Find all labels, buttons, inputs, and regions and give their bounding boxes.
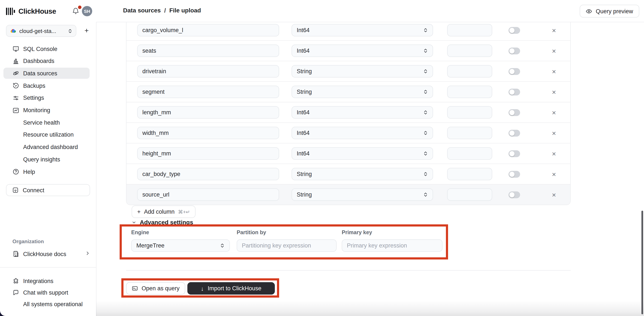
table-row: Int64✕ — [126, 102, 570, 123]
puzzle-icon — [12, 278, 19, 284]
remove-column-button[interactable]: ✕ — [550, 68, 558, 75]
remove-column-button[interactable]: ✕ — [550, 150, 558, 158]
column-name-input[interactable] — [137, 127, 279, 139]
nullable-toggle[interactable] — [508, 109, 520, 116]
default-value-input[interactable] — [447, 188, 492, 201]
column-name-input[interactable] — [137, 168, 279, 180]
table-row: String✕ — [126, 184, 570, 205]
close-icon: ✕ — [552, 192, 556, 198]
nullable-toggle[interactable] — [508, 68, 520, 75]
sidebar-item-dashboards[interactable]: Dashboards — [4, 55, 90, 67]
add-service-button[interactable]: + — [82, 26, 92, 36]
table-row: Int64✕ — [126, 20, 570, 41]
default-value-input[interactable] — [447, 106, 492, 119]
brand-name: ClickHouse — [18, 7, 56, 15]
column-type-value: Int64 — [297, 109, 310, 116]
sidebar-item-label: Query insights — [23, 156, 60, 163]
sidebar-item-label: Dashboards — [23, 58, 54, 64]
vertical-scrollbar[interactable] — [642, 211, 643, 314]
column-type-select[interactable]: Int64 — [292, 44, 433, 57]
sidebar-item-data-sources[interactable]: Data sources — [4, 68, 90, 79]
column-name-input[interactable] — [137, 147, 279, 160]
column-name-input[interactable] — [137, 44, 279, 57]
nullable-toggle[interactable] — [508, 130, 520, 137]
import-to-clickhouse-button[interactable]: ↓ Import to ClickHouse — [187, 282, 275, 295]
chevron-up-down-icon — [220, 243, 225, 248]
column-type-select[interactable]: String — [292, 168, 433, 180]
sliders-icon — [12, 95, 19, 102]
default-value-input[interactable] — [447, 127, 492, 139]
nullable-toggle[interactable] — [508, 47, 520, 54]
engine-select[interactable]: MergeTree — [131, 239, 230, 252]
sidebar-item-backups[interactable]: Backups — [4, 80, 90, 91]
table-row: String✕ — [126, 61, 570, 82]
nullable-toggle[interactable] — [508, 89, 520, 96]
clickhouse-logo-icon — [6, 7, 15, 15]
default-value-input[interactable] — [447, 168, 492, 180]
sidebar-item-sql-console[interactable]: SQL Console — [4, 43, 90, 54]
nullable-toggle[interactable] — [508, 27, 520, 34]
sidebar-item-chat-with-support[interactable]: Chat with support — [4, 287, 90, 298]
remove-column-button[interactable]: ✕ — [550, 88, 558, 96]
nullable-toggle[interactable] — [508, 150, 520, 157]
remove-column-button[interactable]: ✕ — [550, 47, 558, 55]
sidebar-item-settings[interactable]: Settings — [4, 93, 90, 104]
default-value-input[interactable] — [447, 44, 492, 57]
default-value-input[interactable] — [447, 65, 492, 77]
sidebar-item-help[interactable]: Help — [4, 166, 90, 177]
sidebar-item-clickhouse-docs[interactable]: ClickHouse docs — [4, 248, 90, 260]
column-name-input[interactable] — [137, 24, 279, 36]
default-value-input[interactable] — [447, 86, 492, 98]
sidebar-item-advanced-dashboard[interactable]: Advanced dashboard — [4, 142, 90, 153]
sidebar-item-monitoring[interactable]: Monitoring — [4, 105, 90, 116]
column-name-input[interactable] — [137, 86, 279, 98]
remove-column-button[interactable]: ✕ — [550, 170, 558, 178]
keyboard-shortcut: ⌘+↵ — [178, 209, 190, 215]
sidebar-item-service-health[interactable]: Service health — [4, 117, 90, 128]
column-type-select[interactable]: Int64 — [292, 147, 433, 160]
chevron-up-down-icon — [68, 28, 72, 34]
column-type-select[interactable]: Int64 — [292, 127, 433, 139]
remove-column-button[interactable]: ✕ — [550, 109, 558, 117]
remove-column-button[interactable]: ✕ — [550, 129, 558, 137]
sidebar-item-label: Settings — [23, 95, 44, 101]
chevron-up-down-icon — [423, 171, 428, 177]
remove-column-button[interactable]: ✕ — [550, 26, 558, 34]
connect-button[interactable]: Connect — [6, 184, 90, 196]
column-type-select[interactable]: String — [292, 65, 433, 77]
primary-key-input[interactable] — [342, 239, 442, 252]
open-as-query-button[interactable]: Open as query — [126, 282, 185, 295]
sidebar-item-label: Chat with support — [23, 289, 68, 296]
column-type-select[interactable]: Int64 — [292, 24, 433, 36]
partition-by-input[interactable] — [237, 239, 336, 252]
column-type-select[interactable]: Int64 — [292, 106, 433, 119]
column-name-input[interactable] — [137, 188, 279, 201]
column-type-value: Int64 — [297, 130, 310, 136]
column-type-select[interactable]: String — [292, 86, 433, 98]
query-preview-label: Query preview — [596, 8, 633, 14]
column-type-value: Int64 — [297, 47, 310, 54]
column-name-input[interactable] — [137, 65, 279, 77]
connect-label: Connect — [23, 187, 44, 193]
default-value-input[interactable] — [447, 24, 492, 36]
sidebar-item-query-insights[interactable]: Query insights — [4, 154, 90, 165]
breadcrumb-data-sources[interactable]: Data sources — [123, 7, 161, 14]
service-selector[interactable]: cloud-get-sta... — [6, 25, 76, 37]
system-status[interactable]: All systems operational — [4, 299, 90, 310]
engine-value: MergeTree — [136, 242, 164, 249]
remove-column-button[interactable]: ✕ — [550, 191, 558, 199]
sidebar-item-label: SQL Console — [23, 46, 58, 52]
column-type-select[interactable]: String — [292, 188, 433, 201]
query-preview-button[interactable]: Query preview — [580, 5, 639, 17]
advanced-settings-toggle[interactable]: Advanced settings — [132, 218, 193, 226]
sidebar-item-resource-utilization[interactable]: Resource utilization — [4, 129, 90, 141]
chevron-up-down-icon — [423, 48, 428, 53]
column-name-input[interactable] — [137, 106, 279, 119]
nullable-toggle[interactable] — [508, 191, 520, 198]
default-value-input[interactable] — [447, 147, 492, 160]
avatar[interactable]: SH — [82, 6, 92, 16]
nullable-toggle[interactable] — [508, 171, 520, 178]
sidebar-item-label: Backups — [23, 82, 46, 89]
sidebar-item-integrations[interactable]: Integrations — [4, 275, 90, 287]
add-column-button[interactable]: + Add column ⌘+↵ — [132, 205, 196, 218]
